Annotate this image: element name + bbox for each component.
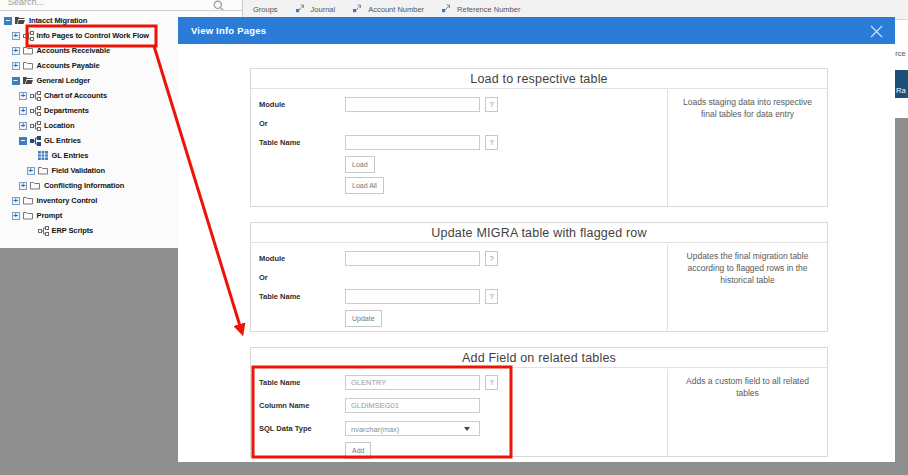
expand-plus-icon[interactable]: + bbox=[12, 47, 20, 55]
expand-plus-icon[interactable]: + bbox=[19, 107, 27, 115]
expand-spacer bbox=[27, 227, 36, 235]
workflow-icon bbox=[30, 106, 41, 116]
expand-plus-icon[interactable]: + bbox=[12, 32, 20, 40]
section-add-field: Add Field on related tables Table Name ?… bbox=[250, 347, 828, 457]
tree-item-label: Location bbox=[44, 121, 74, 130]
help-button[interactable]: ? bbox=[485, 289, 498, 304]
app-screen: Search... −Intacct Migration+Info Pages … bbox=[0, 0, 908, 475]
expand-plus-icon[interactable]: + bbox=[19, 182, 27, 190]
or-label: Or bbox=[259, 119, 345, 128]
section-update-migra: Update MIGRA table with flagged row Modu… bbox=[250, 222, 828, 332]
expand-plus-icon[interactable]: + bbox=[12, 212, 20, 220]
tree-item-label: Intacct Migration bbox=[29, 16, 87, 25]
backdrop-left bbox=[0, 248, 178, 475]
folder-icon bbox=[30, 181, 41, 191]
sql-data-type-value: nvarchar(max) bbox=[351, 425, 399, 434]
tree-item-label: Info Pages to Control Work Flow bbox=[37, 31, 150, 40]
tree-item-label: Inventory Control bbox=[37, 196, 98, 205]
hierarchy-icon bbox=[442, 4, 454, 15]
help-button[interactable]: ? bbox=[485, 97, 498, 112]
table-name-label: Table Name bbox=[259, 292, 345, 301]
help-button[interactable]: ? bbox=[485, 251, 498, 266]
tree-item-label: Chart of Accounts bbox=[44, 91, 107, 100]
toolbar-item-label: Journal bbox=[311, 5, 336, 14]
tree-item-label: GL Entries bbox=[44, 136, 81, 145]
tree-item-label: Departments bbox=[44, 106, 89, 115]
workflow-filled-icon bbox=[30, 136, 41, 146]
workflow-icon bbox=[30, 91, 41, 101]
expand-plus-icon[interactable]: + bbox=[19, 122, 27, 130]
module-input[interactable] bbox=[345, 251, 480, 266]
folder-icon bbox=[23, 211, 34, 221]
module-label: Module bbox=[259, 100, 345, 109]
expand-plus-icon[interactable]: + bbox=[19, 92, 27, 100]
expand-plus-icon[interactable]: + bbox=[12, 197, 20, 205]
tree-item-label: General Ledger bbox=[37, 76, 91, 85]
hierarchy-icon bbox=[353, 4, 365, 15]
tree-item-label: Prompt bbox=[37, 211, 63, 220]
toolbar-item-label: Account Number bbox=[368, 5, 424, 14]
chevron-down-icon bbox=[464, 427, 470, 431]
sql-data-type-label: SQL Data Type bbox=[259, 424, 345, 433]
close-icon[interactable] bbox=[870, 24, 883, 37]
column-name-label: Column Name bbox=[259, 401, 345, 410]
workflow-icon bbox=[30, 121, 41, 131]
folder-icon bbox=[38, 166, 49, 176]
expand-plus-icon[interactable]: + bbox=[27, 167, 35, 175]
expand-minus-icon[interactable]: − bbox=[19, 137, 27, 145]
background-table-header: Ra bbox=[895, 70, 908, 98]
tree-item-label: Conflicting Information bbox=[44, 181, 124, 190]
table-name-label: Table Name bbox=[259, 138, 345, 147]
table-name-label: Table Name bbox=[259, 378, 345, 387]
grid-icon bbox=[38, 151, 49, 161]
folder-open-icon bbox=[23, 76, 34, 86]
load-all-button[interactable]: Load All bbox=[345, 177, 384, 194]
toolbar-item-label: Groups bbox=[253, 5, 278, 14]
toolbar-item-reference-number[interactable]: Reference Number bbox=[442, 4, 520, 15]
section-title: Update MIGRA table with flagged row bbox=[251, 223, 827, 243]
help-button[interactable]: ? bbox=[485, 135, 498, 150]
table-name-input[interactable] bbox=[345, 375, 480, 390]
section-form: Module ? Or Table Name ? Update bbox=[251, 244, 666, 331]
section-form: Module ? Or Table Name ? Load Load All bbox=[251, 90, 666, 198]
section-form: Table Name ? Column Name SQL Data Type n… bbox=[251, 369, 666, 463]
section-description: Loads staging data into respective final… bbox=[667, 90, 827, 206]
folder-icon bbox=[23, 61, 34, 71]
workflow-icon bbox=[23, 31, 34, 41]
section-title: Add Field on related tables bbox=[251, 348, 827, 368]
load-button[interactable]: Load bbox=[345, 156, 375, 173]
update-button[interactable]: Update bbox=[345, 310, 382, 327]
expand-minus-icon[interactable]: − bbox=[4, 17, 12, 25]
module-label: Module bbox=[259, 254, 345, 263]
sql-data-type-select[interactable]: nvarchar(max) bbox=[345, 421, 480, 436]
tree-item-label: GL Entries bbox=[52, 151, 89, 160]
or-label: Or bbox=[259, 273, 345, 282]
hierarchy-icon bbox=[296, 4, 308, 15]
clipped-rate-header: Ra bbox=[896, 86, 906, 95]
section-title: Load to respective table bbox=[251, 69, 827, 89]
add-button[interactable]: Add bbox=[345, 442, 371, 459]
search-icon bbox=[213, 0, 225, 11]
expand-plus-icon[interactable]: + bbox=[12, 62, 20, 70]
toolbar-item-account-number[interactable]: Account Number bbox=[353, 4, 424, 15]
folder-icon bbox=[23, 46, 34, 56]
workflow-icon bbox=[38, 226, 49, 236]
modal-title: View Info Pages bbox=[191, 25, 266, 36]
backdrop-right bbox=[895, 118, 908, 475]
search-placeholder: Search... bbox=[8, 0, 44, 7]
column-name-input[interactable] bbox=[345, 398, 480, 413]
table-name-input[interactable] bbox=[345, 289, 480, 304]
tree-item-label: Accounts Receivable bbox=[37, 46, 111, 55]
tree-item-label: Field Validation bbox=[52, 166, 105, 175]
help-button[interactable]: ? bbox=[485, 375, 498, 390]
tree-item-label: ERP Scripts bbox=[52, 226, 94, 235]
toolbar-item-groups[interactable]: Groups bbox=[253, 5, 278, 14]
backdrop-bottom bbox=[0, 462, 908, 475]
table-name-input[interactable] bbox=[345, 135, 480, 150]
module-input[interactable] bbox=[345, 97, 480, 112]
toolbar-item-journal[interactable]: Journal bbox=[296, 4, 336, 15]
modal-body: Load to respective table Module ? Or Tab… bbox=[178, 44, 895, 462]
expand-spacer bbox=[27, 152, 36, 160]
search-input[interactable]: Search... bbox=[0, 0, 242, 11]
expand-minus-icon[interactable]: − bbox=[12, 77, 20, 85]
